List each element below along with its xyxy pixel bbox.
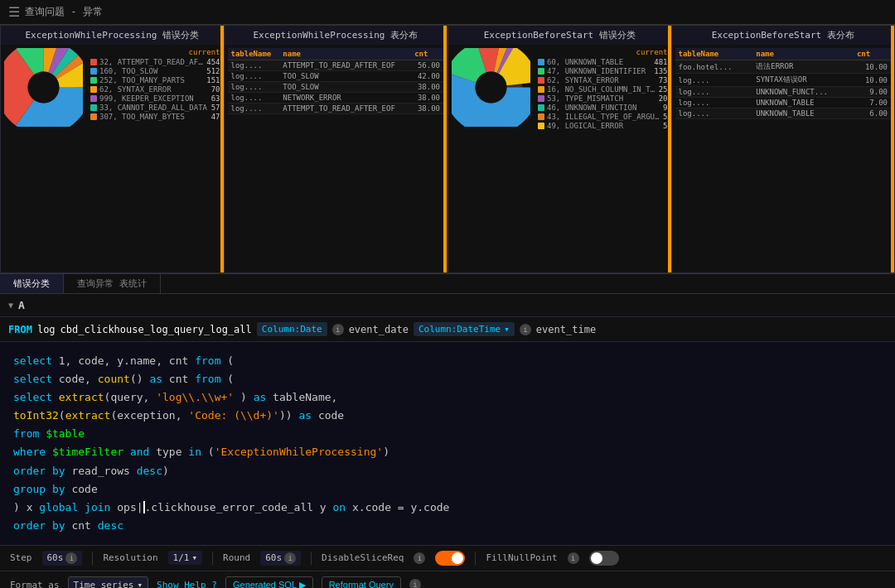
pie-container-left-bottom	[452, 48, 535, 139]
fill-null-info-icon[interactable]: i	[568, 552, 579, 564]
legend-header-left-bottom: current	[538, 48, 668, 56]
td-table: log....	[675, 74, 753, 87]
charts-area: ExceptionWhileProcessing 错误分类	[0, 25, 895, 273]
td-name: TOO_SLOW	[279, 71, 411, 82]
section-label: A	[18, 299, 25, 311]
chart-panel-right-top: ExceptionWhileProcessing 表分布 tableName n…	[225, 25, 448, 273]
table-row: log.... TOO_SLOW 42.00	[228, 71, 444, 82]
sep-4	[475, 552, 476, 565]
tbody-right-top: log.... ATTEMPT_TO_READ_AFTER_EOF 56.00l…	[228, 60, 444, 114]
col-badge2-info-icon[interactable]: i	[520, 324, 531, 335]
td-cnt: 10.00	[854, 60, 891, 74]
chart-title-left-top: ExceptionWhileProcessing 错误分类	[1, 26, 224, 45]
sep-2	[212, 552, 213, 565]
legend-color	[538, 59, 544, 65]
resolution-value[interactable]: 1/1 ▾	[168, 551, 203, 565]
legend-item: 60, UNKNOWN_TABLE 481	[538, 58, 668, 66]
legend-value: 20	[659, 94, 668, 103]
sql-line-8: group by code	[13, 480, 882, 499]
legend-name: 252, TOO_MANY_PARTS	[99, 76, 203, 84]
legend-value: 512	[206, 67, 220, 75]
legend-item: 307, TOO_MANY_BYTES 47	[90, 113, 220, 121]
col-badge1-info-icon[interactable]: i	[332, 324, 344, 335]
tab-error-type[interactable]: 错误分类	[0, 274, 64, 293]
td-table: log....	[675, 108, 753, 119]
pie-svg-left-bottom	[452, 48, 530, 127]
legend-item: 999, KEEPER_EXCEPTION 63	[90, 94, 220, 103]
sql-line-2: select code, count() as cnt from (	[13, 370, 882, 388]
td-cnt: 38.00	[411, 104, 443, 114]
legend-name: 62, SYNTAX_ERROR	[547, 76, 656, 84]
tab-query-stats[interactable]: 查询异常 表统计	[64, 274, 161, 293]
legend-color	[90, 113, 97, 120]
legend-color	[538, 68, 544, 75]
disable-slice-info-icon[interactable]: i	[414, 552, 425, 564]
step-label: Step	[10, 552, 32, 563]
col-name-2: event_time	[536, 324, 596, 335]
legend-value: 454	[206, 58, 220, 66]
legend-left-bottom: current 60, UNKNOWN_TABLE 481 47, UNKNOW…	[535, 48, 668, 149]
td-cnt: 56.00	[411, 60, 443, 71]
th-name-rt: name	[279, 48, 411, 60]
round-info-icon[interactable]: i	[284, 552, 296, 564]
format-dropdown[interactable]: Time series ▾	[68, 576, 148, 588]
top-bar-title: 查询问题 - 异常	[25, 5, 103, 19]
col-name-1: event_date	[349, 324, 409, 335]
legend-item: 62, SYNTAX_ERROR 70	[90, 85, 220, 94]
chart-title-left-bottom: ExceptionBeforeStart 错误分类	[448, 26, 671, 45]
sql-editor[interactable]: select 1, code, y.name, cnt from ( selec…	[0, 342, 895, 545]
chart-panel-left-top: ExceptionWhileProcessing 错误分类	[0, 25, 225, 273]
legend-color	[538, 104, 544, 111]
section-a-header: ▼ A	[0, 294, 895, 317]
reformat-query-button[interactable]: Reformat Query	[322, 576, 401, 588]
td-table: log....	[228, 104, 280, 114]
td-cnt: 42.00	[411, 71, 443, 82]
chart-orange-bar-lb	[668, 26, 671, 272]
reformat-info-icon[interactable]: i	[409, 579, 421, 588]
legend-color	[538, 86, 544, 93]
disable-slice-knob	[452, 552, 463, 564]
table-row: log.... ATTEMPT_TO_READ_AFTER_EOF 38.00	[228, 104, 444, 114]
legend-items-left-bottom: 60, UNKNOWN_TABLE 481 47, UNKNOWN_IDENTI…	[538, 58, 668, 130]
legend-name: 49, LOGICAL_ERROR	[547, 122, 660, 130]
legend-value: 57	[211, 104, 220, 112]
legend-name: 16, NO_SUCH_COLUMN_IN_TABLE	[547, 85, 656, 94]
table-row: log.... TOO_SLOW 38.00	[228, 82, 444, 93]
td-table: log....	[675, 98, 753, 108]
legend-items-left-top: 32, ATTEMPT_TO_READ_AFTER_EOF 454 160, T…	[90, 58, 220, 121]
td-cnt: 10.00	[854, 74, 891, 87]
legend-color	[538, 113, 544, 120]
generated-sql-button[interactable]: Generated SQL ▶	[225, 576, 313, 588]
table-row: foo.hotel... 语法ERROR 10.00	[675, 60, 892, 74]
table-row: log.... UNKNOWN_FUNCT... 9.00	[675, 87, 892, 98]
sql-line-6: where $timeFilter and type in ('Exceptio…	[13, 443, 882, 461]
sql-line-9: ) x global join ops|.clickhouse_error_co…	[13, 499, 882, 517]
td-name: ATTEMPT_TO_READ_AFTER_EOF	[279, 104, 411, 114]
col-badge-1[interactable]: Column:Date	[257, 322, 327, 336]
td-name: UNKNOWN_TABLE	[752, 98, 854, 108]
collapse-icon[interactable]: ▼	[8, 301, 13, 310]
th-name-rb: name	[752, 48, 854, 60]
legend-value: 63	[211, 94, 220, 103]
td-cnt: 7.00	[854, 98, 891, 108]
legend-value: 151	[206, 76, 220, 84]
col-badge-2-dropdown[interactable]: Column:DateTime ▾	[414, 322, 515, 336]
dropdown-arrow: ▾	[504, 324, 510, 335]
pie-center-lb	[476, 72, 507, 104]
legend-item: 46, UNKNOWN_FUNCTION 9	[538, 104, 668, 112]
legend-color	[538, 77, 544, 84]
tbody-right-bottom: foo.hotel... 语法ERROR 10.00log.... SYNTAX…	[675, 60, 892, 119]
td-cnt: 38.00	[411, 93, 443, 104]
disable-slice-toggle[interactable]	[435, 551, 465, 566]
step-info-icon[interactable]: i	[65, 552, 77, 564]
fill-null-toggle[interactable]	[589, 551, 619, 566]
legend-item: 62, SYNTAX_ERROR 73	[538, 76, 668, 84]
th-cnt-rb: cnt	[854, 48, 891, 60]
bottom-tabs: 错误分类 查询异常 表统计	[0, 273, 895, 294]
table-row: log.... NETWORK_ERROR 38.00	[228, 93, 444, 104]
legend-color	[90, 68, 97, 75]
show-help-link[interactable]: Show Help ?	[157, 580, 217, 588]
sep-3	[311, 552, 312, 565]
legend-color	[538, 95, 544, 102]
legend-item: 47, UNKNOWN_IDENTIFIER 135	[538, 67, 668, 75]
